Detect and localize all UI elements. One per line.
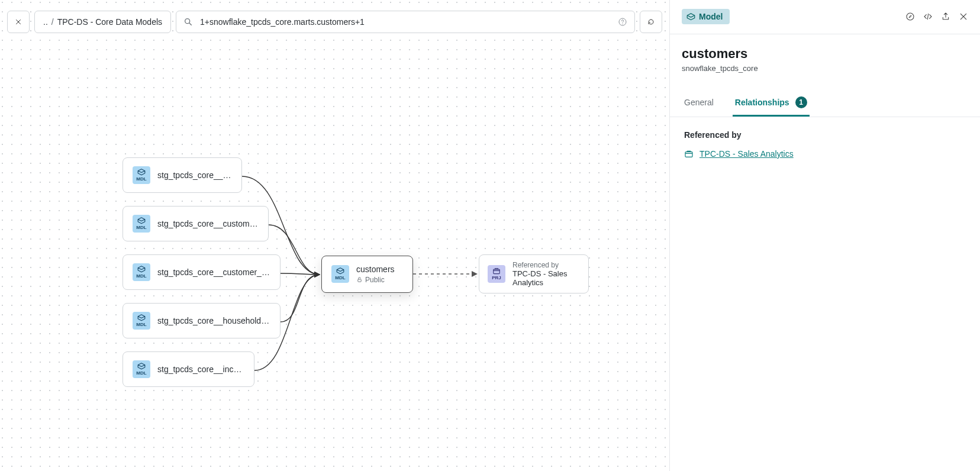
relationships-count: 1 [795, 96, 807, 108]
compass-icon [905, 12, 915, 21]
node-title: customers [356, 264, 395, 275]
model-icon: MDL [133, 166, 150, 184]
code-icon [923, 12, 933, 21]
svg-point-0 [185, 19, 190, 24]
node-upstream-2[interactable]: MDL stg_tpcds_core__customer_demogra… [122, 254, 281, 290]
details-sidebar: Model customers snowflake_tpcds_core Gen… [670, 0, 980, 471]
node-label: stg_tpcds_core__customer [157, 170, 232, 180]
close-sidebar-button[interactable] [959, 12, 968, 21]
breadcrumb-prefix: .. [43, 17, 48, 27]
node-label: stg_tpcds_core__household_demogr… [157, 316, 270, 325]
model-icon: MDL [133, 263, 150, 281]
tab-relationships[interactable]: Relationships 1 [733, 89, 810, 117]
model-type-pill: Model [682, 9, 730, 24]
svg-rect-4 [494, 269, 500, 274]
lineage-canvas[interactable]: .. / TPC-DS - Core Data Models [0, 0, 670, 471]
close-icon [15, 17, 22, 27]
sidebar-title: customers [682, 46, 968, 62]
search-bar[interactable] [176, 11, 635, 33]
node-label: stg_tpcds_core__income_band [157, 364, 244, 374]
sidebar-project: snowflake_tpcds_core [682, 64, 968, 73]
unlock-icon [356, 276, 363, 283]
cube-icon [686, 13, 695, 21]
node-center-customers[interactable]: MDL customers Public [321, 256, 413, 293]
breadcrumb-separator: / [51, 17, 54, 27]
node-downstream-project[interactable]: PRJ Referenced by TPC-DS - Sales Analyti… [479, 254, 589, 293]
breadcrumb-current: TPC-DS - Core Data Models [57, 17, 162, 27]
model-icon: MDL [133, 215, 150, 233]
refresh-icon [647, 17, 655, 27]
node-upstream-0[interactable]: MDL stg_tpcds_core__customer [122, 157, 242, 193]
tab-general[interactable]: General [682, 89, 716, 117]
search-input[interactable] [199, 17, 612, 27]
svg-point-2 [622, 24, 623, 24]
close-canvas-button[interactable] [7, 11, 30, 33]
compass-button[interactable] [905, 12, 915, 21]
project-icon [684, 150, 694, 158]
share-button[interactable] [941, 12, 950, 21]
svg-rect-3 [358, 279, 362, 282]
breadcrumb[interactable]: .. / TPC-DS - Core Data Models [34, 11, 171, 33]
node-label: stg_tpcds_core__customer_address [157, 219, 259, 228]
sidebar-header: Model [670, 1, 980, 30]
section-heading: Referenced by [684, 130, 966, 140]
model-icon: MDL [133, 360, 150, 378]
node-upstream-3[interactable]: MDL stg_tpcds_core__household_demogr… [122, 303, 281, 338]
node-content: Referenced by TPC-DS - Sales Analytics [512, 261, 580, 287]
project-icon: PRJ [488, 265, 505, 283]
search-icon [183, 17, 193, 27]
node-access: Public [356, 276, 395, 284]
model-icon: MDL [331, 265, 349, 283]
section-referenced-by: Referenced by TPC-DS - Sales Analytics [670, 117, 980, 172]
referenced-by-link[interactable]: TPC-DS - Sales Analytics [684, 149, 966, 159]
svg-rect-6 [685, 152, 692, 157]
share-icon [941, 12, 950, 21]
node-upstream-1[interactable]: MDL stg_tpcds_core__customer_address [122, 206, 269, 241]
sidebar-title-block: customers snowflake_tpcds_core [670, 34, 980, 78]
canvas-topbar: .. / TPC-DS - Core Data Models [7, 11, 662, 33]
sidebar-tabs: General Relationships 1 [670, 89, 980, 117]
close-icon [959, 12, 968, 21]
code-button[interactable] [923, 12, 933, 21]
node-upstream-4[interactable]: MDL stg_tpcds_core__income_band [122, 351, 254, 387]
sidebar-header-actions [905, 12, 968, 21]
svg-point-5 [907, 13, 914, 20]
node-title: TPC-DS - Sales Analytics [512, 269, 580, 287]
model-icon: MDL [133, 312, 150, 330]
node-ref-label: Referenced by [512, 261, 580, 269]
refresh-button[interactable] [640, 11, 662, 33]
node-label: stg_tpcds_core__customer_demogra… [157, 267, 270, 277]
search-help-icon[interactable] [618, 17, 627, 27]
node-content: customers Public [356, 264, 395, 284]
lineage-edges [0, 0, 670, 471]
